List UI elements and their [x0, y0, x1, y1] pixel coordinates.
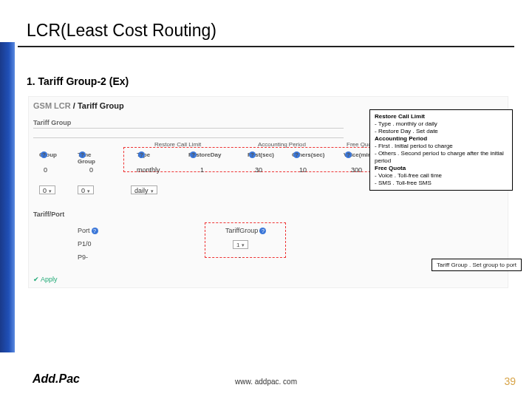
- port-label: P1/0: [78, 240, 92, 248]
- section-heading: 1. Tariff Group-2 (Ex): [27, 75, 129, 87]
- callout-tariffgroup: Tariff Group . Set group to port: [432, 259, 522, 271]
- port-label: P9-: [78, 253, 88, 261]
- page-number: 39: [504, 375, 516, 387]
- type-select[interactable]: daily: [131, 185, 157, 194]
- help-icon[interactable]: ?: [79, 151, 86, 158]
- port9-value: -: [239, 253, 241, 261]
- footer-url: www. addpac. com: [0, 378, 532, 386]
- port1-tariff-select[interactable]: 1: [233, 240, 248, 249]
- callout-restore: Restore Call Limit - Type . monthly or d…: [369, 109, 513, 191]
- tab-tariff-group[interactable]: Tariff Group: [33, 119, 71, 126]
- help-icon[interactable]: ?: [92, 228, 98, 234]
- group-select[interactable]: 0: [39, 185, 55, 194]
- page-title: LCR(Least Cost Routing): [27, 21, 216, 41]
- breadcrumb: GSM LCR / Tariff Group: [33, 101, 124, 110]
- tab-tariff-port[interactable]: Tariff/Port: [33, 211, 64, 218]
- col-port: Port?: [78, 227, 98, 234]
- help-icon[interactable]: ?: [41, 151, 47, 158]
- apply-button[interactable]: Apply: [33, 276, 58, 283]
- timegroup-select[interactable]: 0: [78, 185, 94, 194]
